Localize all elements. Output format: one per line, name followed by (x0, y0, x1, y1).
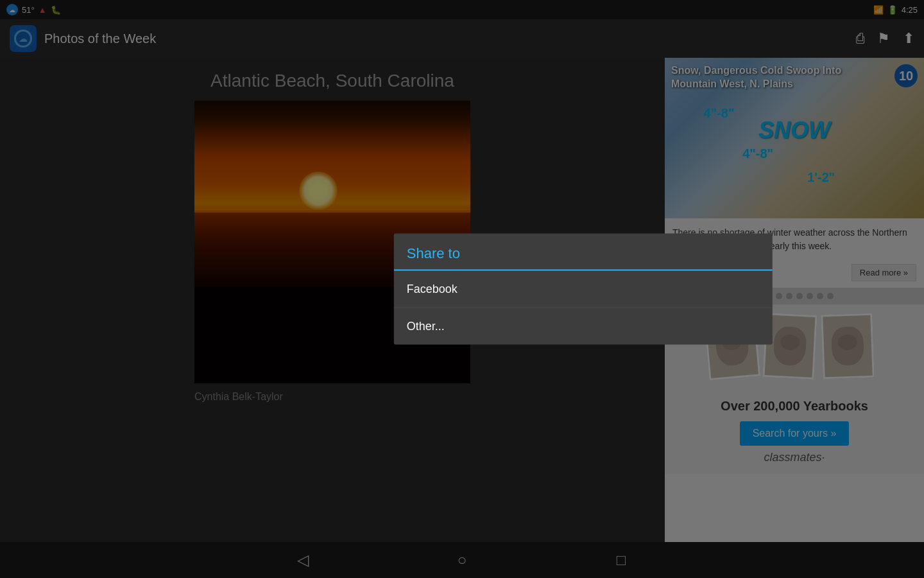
news-image-container: SNOW 4"-8" 4"-8" 1'-2" 10 Snow, Dangerou… (665, 58, 924, 218)
photo-credit: Cynthia Belk-Taylor (194, 391, 652, 403)
ad-headline: Over 200,000 Yearbooks (674, 399, 914, 414)
classmates-brand: classmates· (674, 451, 914, 464)
share-dialog-header: Share to (394, 234, 773, 271)
yearbook-face-3 (831, 326, 864, 366)
dot-5[interactable] (796, 293, 803, 299)
sun-element (299, 171, 338, 210)
yearbook-face-2 (773, 326, 807, 367)
notification-icon: 🐛 (51, 5, 61, 15)
flag-action-icon[interactable]: ⚑ (877, 30, 890, 47)
share-option-other[interactable]: Other... (394, 308, 773, 345)
upload-action-icon[interactable]: ⬆ (903, 30, 914, 47)
app-title: Photos of the Week (44, 31, 856, 46)
dot-3[interactable] (776, 293, 782, 299)
home-button[interactable]: ○ (447, 545, 477, 575)
status-left: ☁ 51° ▲ 🐛 (6, 4, 61, 15)
photo-location-title: Atlantic Beach, South Carolina (13, 71, 652, 91)
news-title: Snow, Dangerous Cold Swoop Into Mountain… (671, 64, 889, 91)
temperature-display: 51° (22, 5, 35, 15)
dot-4[interactable] (786, 293, 792, 299)
battery-icon (887, 5, 898, 15)
horizon-line (194, 209, 470, 210)
dot-8[interactable] (827, 293, 834, 299)
time-display: 4:25 (902, 5, 918, 15)
share-dialog-title: Share to (407, 245, 460, 261)
share-option-facebook[interactable]: Facebook (394, 271, 773, 308)
read-more-button[interactable]: Read more » (851, 264, 916, 281)
temp-label-1: 4"-8" (704, 106, 735, 121)
nav-bar: ◁ ○ □ (0, 542, 924, 578)
news-badge: 10 (894, 64, 918, 87)
alert-icon: ▲ (38, 5, 47, 15)
wifi-icon (873, 5, 884, 15)
temp-label-2: 4"-8" (742, 146, 773, 161)
yearbook-photo-3 (821, 313, 874, 380)
dot-6[interactable] (807, 293, 813, 299)
snow-label: SNOW (758, 117, 830, 144)
share-dialog: Share to Facebook Other... (394, 234, 773, 345)
status-right: 4:25 (873, 5, 918, 15)
app-bar: Photos of the Week ⎙ ⚑ ⬆ (0, 19, 924, 58)
app-logo (14, 30, 32, 48)
search-yearbooks-button[interactable]: Search for yours » (740, 421, 850, 446)
app-notification-icon: ☁ (6, 4, 18, 15)
back-button[interactable]: ◁ (287, 545, 318, 575)
dot-7[interactable] (817, 293, 823, 299)
recents-button[interactable]: □ (606, 545, 637, 575)
app-icon[interactable] (10, 25, 37, 52)
temp-label-3: 1'-2" (807, 170, 835, 185)
share-action-icon[interactable]: ⎙ (856, 30, 864, 47)
status-bar: ☁ 51° ▲ 🐛 4:25 (0, 0, 924, 19)
app-bar-actions: ⎙ ⚑ ⬆ (856, 30, 914, 47)
